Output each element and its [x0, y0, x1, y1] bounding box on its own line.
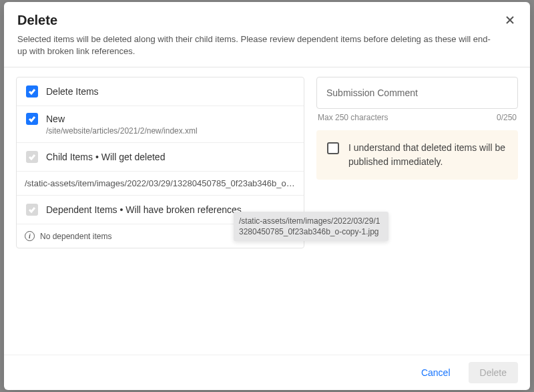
delete-items-row[interactable]: Delete Items: [17, 77, 304, 106]
delete-dialog: Delete Selected items will be deleted al…: [4, 2, 530, 390]
char-counter: 0/250: [497, 113, 517, 122]
close-button[interactable]: [501, 11, 519, 30]
submission-comment-placeholder: Submission Comment: [326, 87, 418, 98]
char-counter-row: Max 250 characters 0/250: [316, 113, 518, 126]
child-item-path[interactable]: /static-assets/item/images/2022/03/29/13…: [17, 172, 304, 196]
child-items-checkbox: [26, 151, 38, 163]
child-items-header: Child Items • Will get deleted: [17, 143, 304, 172]
dependent-items-label: Dependent Items • Will have broken refer…: [46, 204, 242, 215]
submission-comment-input[interactable]: Submission Comment: [316, 77, 518, 109]
dialog-header: Delete Selected items will be deleted al…: [4, 2, 530, 67]
delete-button[interactable]: Delete: [469, 362, 518, 383]
dialog-description: Selected items will be deleted along wit…: [17, 33, 517, 57]
path-tooltip: /static-assets/item/images/2022/03/29/13…: [234, 212, 388, 241]
item-new-checkbox[interactable]: [26, 113, 38, 125]
item-new-path: /site/website/articles/2021/2/new/index.…: [26, 126, 198, 136]
confirm-box: I understand that deleted items will be …: [316, 130, 518, 180]
cancel-button[interactable]: Cancel: [410, 362, 462, 383]
dialog-title: Delete: [17, 13, 517, 28]
max-chars-label: Max 250 characters: [318, 113, 388, 122]
dependent-items-checkbox: [26, 204, 38, 216]
delete-items-checkbox[interactable]: [26, 85, 38, 97]
delete-items-label: Delete Items: [46, 86, 99, 97]
item-new-label: New: [46, 114, 65, 124]
item-new-row[interactable]: New /site/website/articles/2021/2/new/in…: [17, 106, 304, 143]
close-icon: [505, 15, 515, 27]
info-icon: i: [25, 231, 35, 241]
confirm-checkbox[interactable]: [327, 142, 339, 154]
dialog-footer: Cancel Delete: [4, 355, 530, 390]
confirm-text: I understand that deleted items will be …: [348, 141, 507, 169]
no-dependent-text: No dependent items: [40, 232, 111, 241]
child-items-label: Child Items • Will get deleted: [46, 152, 165, 162]
